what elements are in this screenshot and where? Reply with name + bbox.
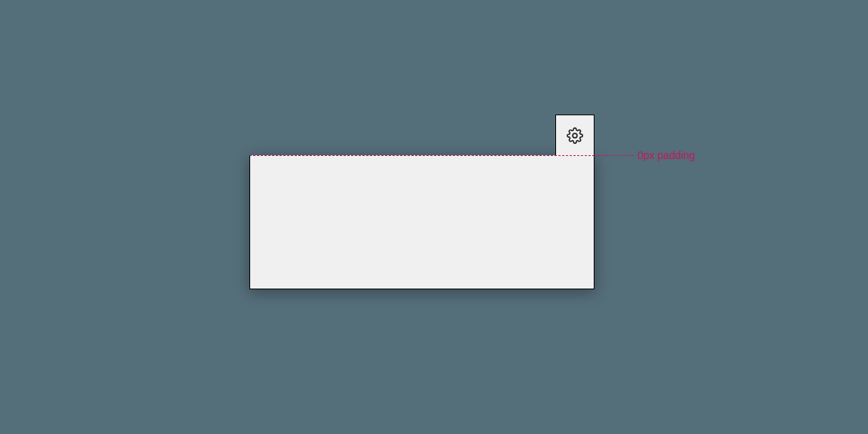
- content-panel: [249, 155, 594, 289]
- settings-button[interactable]: [555, 115, 594, 155]
- annotation-leader-line: [594, 155, 634, 156]
- svg-point-0: [573, 133, 577, 138]
- gear-icon: [567, 127, 583, 144]
- annotation-label: 0px padding: [637, 148, 695, 162]
